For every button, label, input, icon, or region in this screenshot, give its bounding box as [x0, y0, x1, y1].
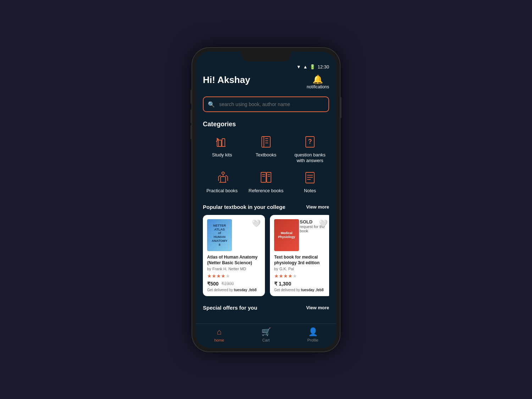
- textbooks-label: Textbooks: [256, 152, 277, 158]
- practical-books-label: Practical books: [206, 188, 238, 194]
- svg-rect-14: [221, 177, 226, 182]
- svg-rect-2: [218, 140, 221, 146]
- special-offers-section: Special offers for you View more: [203, 305, 329, 311]
- profile-icon: 👤: [308, 327, 318, 337]
- phone-frame: ▼ ▲ 🔋 12:30 Hi! Akshay 🔔 notifications 🔍…: [192, 47, 340, 352]
- svg-rect-7: [262, 137, 270, 147]
- study-kits-label: Study kits: [212, 152, 232, 158]
- textbooks-icon: [258, 134, 274, 149]
- question-banks-icon: ?: [302, 134, 318, 149]
- greeting-text: Hi! Akshay: [203, 74, 250, 85]
- special-offers-header: Special offers for you View more: [203, 305, 329, 311]
- notifications-area[interactable]: 🔔 notifications: [307, 74, 329, 89]
- bell-icon[interactable]: 🔔: [312, 74, 323, 84]
- favorite-btn-2[interactable]: 🤍: [319, 219, 328, 228]
- book-rating-2: ★★★★★: [274, 273, 328, 279]
- popular-view-more[interactable]: View more: [306, 204, 329, 210]
- home-icon: ⌂: [217, 327, 221, 337]
- time-display: 12:30: [317, 64, 329, 70]
- reference-books-label: Reference books: [249, 188, 283, 194]
- notes-icon: [302, 170, 318, 185]
- price-row-2: ₹ 1,300: [274, 281, 328, 287]
- category-item-notes[interactable]: Notes: [291, 170, 329, 194]
- svg-point-17: [222, 172, 225, 174]
- book-card-2[interactable]: MedicalPhysiology SOLD request for the b…: [270, 215, 329, 296]
- delivery-date-1: tuesday ,feb8: [234, 288, 257, 292]
- svg-line-19: [226, 175, 228, 177]
- svg-rect-22: [261, 172, 266, 182]
- special-offers-title: Special offers for you: [203, 305, 257, 311]
- svg-rect-3: [222, 139, 225, 146]
- book-cover-1: NETTER ATLASofHUMANANATOMY8: [207, 219, 232, 251]
- popular-title: Popular textbook in your college: [203, 204, 286, 210]
- bottom-navigation: ⌂ home 🛒 Cart 👤 Profile: [196, 323, 336, 348]
- battery-icon: 🔋: [310, 64, 315, 70]
- study-kits-icon: [214, 134, 230, 149]
- nav-home-label: home: [214, 338, 224, 342]
- book-cover-area-2: MedicalPhysiology SOLD request for the b…: [274, 219, 328, 251]
- wifi-icon: ▼: [297, 64, 301, 70]
- book-rating-1: ★★★★★: [207, 273, 261, 279]
- categories-grid: Study kits Textbooks: [203, 134, 329, 194]
- nav-cart-label: Cart: [262, 338, 270, 342]
- price-new-2: ₹ 1,300: [274, 281, 291, 287]
- category-item-question-banks[interactable]: ? question banks with answers: [291, 134, 329, 164]
- book-title-2: Text book for medical physiology 3rd edi…: [274, 255, 328, 266]
- price-old-1: ₹2300: [221, 281, 234, 286]
- main-content: Hi! Akshay 🔔 notifications 🔍 Categories: [196, 71, 336, 323]
- delivery-text-2: Get delivered by tuesday ,feb8: [274, 288, 328, 292]
- delivery-date-2: tuesday ,feb8: [301, 288, 324, 292]
- svg-text:?: ?: [308, 138, 312, 145]
- nav-cart[interactable]: 🛒 Cart: [243, 327, 289, 342]
- svg-rect-28: [306, 172, 314, 183]
- cart-icon: 🛒: [261, 327, 271, 337]
- practical-books-icon: [214, 170, 230, 185]
- search-icon: 🔍: [208, 101, 215, 107]
- book-author-1: by Frank H. Netter MD: [207, 267, 261, 271]
- search-container: 🔍: [203, 96, 329, 112]
- nav-profile-label: Profile: [307, 338, 318, 342]
- price-new-1: ₹500: [207, 281, 218, 287]
- category-item-practical-books[interactable]: Practical books: [203, 170, 241, 194]
- notifications-label: notifications: [307, 84, 329, 89]
- svg-line-4: [216, 139, 218, 142]
- favorite-btn-1[interactable]: 🤍: [252, 219, 261, 228]
- book-cover-area-1: NETTER ATLASofHUMANANATOMY8 🤍: [207, 219, 261, 251]
- notes-label: Notes: [304, 188, 316, 194]
- category-item-study-kits[interactable]: Study kits: [203, 134, 241, 164]
- books-scroll-container: NETTER ATLASofHUMANANATOMY8 🤍 Atlas of H…: [203, 215, 329, 296]
- signal-icon: ▲: [303, 64, 308, 70]
- category-item-textbooks[interactable]: Textbooks: [247, 134, 285, 164]
- popular-section-header: Popular textbook in your college View mo…: [203, 204, 329, 210]
- reference-books-icon: [258, 170, 274, 185]
- categories-title: Categories: [203, 121, 329, 128]
- category-item-reference-books[interactable]: Reference books: [247, 170, 285, 194]
- delivery-text-1: Get delivered by tuesday ,feb8: [207, 288, 261, 292]
- question-banks-label: question banks with answers: [291, 152, 329, 164]
- search-input[interactable]: [203, 96, 329, 112]
- svg-rect-23: [267, 172, 271, 182]
- nav-home[interactable]: ⌂ home: [196, 327, 243, 342]
- app-header: Hi! Akshay 🔔 notifications: [203, 71, 329, 96]
- price-row-1: ₹500 ₹2300: [207, 281, 261, 287]
- book-author-2: by G.K. Pal: [274, 267, 328, 271]
- phone-screen: ▼ ▲ 🔋 12:30 Hi! Akshay 🔔 notifications 🔍…: [196, 51, 336, 348]
- nav-profile[interactable]: 👤 Profile: [289, 327, 336, 342]
- status-bar: ▼ ▲ 🔋 12:30: [196, 61, 336, 71]
- book-card-1[interactable]: NETTER ATLASofHUMANANATOMY8 🤍 Atlas of H…: [203, 215, 265, 296]
- phone-notch: [241, 51, 291, 61]
- book-cover-2: MedicalPhysiology: [274, 219, 299, 251]
- book-title-1: Atlas of Human Anatomy (Netter Basic Sci…: [207, 255, 261, 266]
- svg-line-18: [218, 175, 221, 177]
- special-offers-view-more[interactable]: View more: [306, 305, 329, 310]
